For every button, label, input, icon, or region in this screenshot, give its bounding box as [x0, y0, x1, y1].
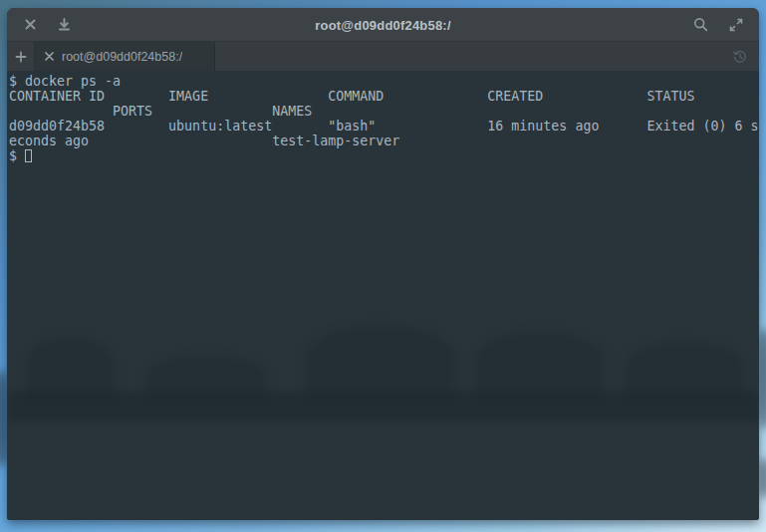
- tab-bar: root@d09dd0f24b58:/: [7, 42, 759, 71]
- history-icon: [732, 49, 748, 65]
- terminal-line-container-row: d09dd0f24b58 ubuntu:latest "bash" 16 min…: [9, 119, 759, 133]
- terminal-line-command: $ docker ps -a: [9, 74, 759, 89]
- terminal-line-row-wrap: econds ago test-lamp-server: [9, 133, 759, 148]
- tab-root-session[interactable]: root@d09dd0f24b58:/: [35, 42, 215, 71]
- close-icon: [25, 19, 36, 30]
- close-window-button[interactable]: [17, 12, 43, 38]
- new-tab-button[interactable]: [7, 42, 35, 71]
- history-button[interactable]: [732, 49, 748, 65]
- terminal-cursor: [25, 149, 32, 162]
- desktop: { "window": { "title": "root@d09dd0f24b5…: [0, 0, 766, 532]
- terminal-screen[interactable]: $ docker ps -a CONTAINER ID IMAGE COMMAN…: [7, 71, 759, 520]
- search-icon: [693, 17, 708, 32]
- plus-icon: [15, 51, 27, 63]
- tab-label: root@d09dd0f24b58:/: [62, 50, 182, 64]
- tab-close-button[interactable]: [45, 52, 54, 61]
- shell-prompt: $: [9, 148, 25, 163]
- expand-icon: [729, 18, 743, 32]
- download-button[interactable]: [51, 12, 77, 38]
- titlebar[interactable]: root@d09dd0f24b58:/: [7, 8, 759, 42]
- terminal-line-header-wrap: PORTS NAMES: [9, 104, 759, 119]
- terminal-output: $ docker ps -a CONTAINER ID IMAGE COMMAN…: [7, 71, 759, 163]
- close-icon: [45, 52, 54, 61]
- maximize-button[interactable]: [723, 12, 749, 38]
- terminal-window: root@d09dd0f24b58:/: [7, 8, 759, 520]
- wallpaper-tree-silhouette: [758, 329, 766, 428]
- terminal-line-header: CONTAINER ID IMAGE COMMAND CREATED STATU…: [9, 89, 759, 104]
- download-icon: [58, 18, 71, 31]
- wallpaper-tree-silhouette: [759, 458, 766, 498]
- search-button[interactable]: [687, 12, 713, 38]
- terminal-line-prompt: $: [9, 148, 759, 163]
- window-title: root@d09dd0f24b58:/: [315, 17, 450, 32]
